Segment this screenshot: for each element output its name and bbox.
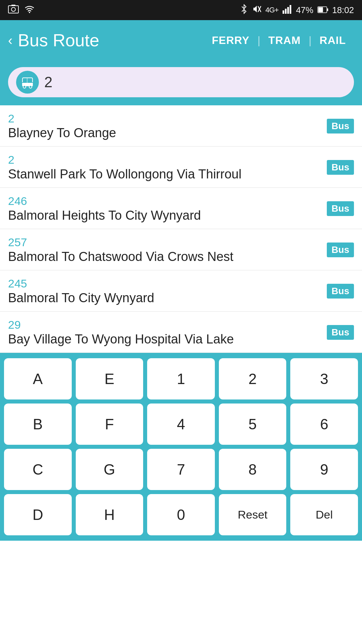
result-item[interactable]: 246 Balmoral Heights To City Wynyard Bus (0, 188, 362, 229)
key-8[interactable]: 8 (219, 449, 287, 490)
svg-rect-9 (290, 5, 291, 14)
app-header: ‹ Bus Route FERRY | TRAM | RAIL (0, 20, 362, 60)
result-content: 246 Balmoral Heights To City Wynyard (8, 195, 323, 223)
bus-badge: Bus (327, 284, 354, 299)
data-icon: 4G+ (265, 6, 279, 14)
result-item[interactable]: 245 Balmoral To City Wynyard Bus (0, 270, 362, 312)
key-2[interactable]: 2 (219, 358, 287, 399)
result-name: Stanwell Park To Wollongong Via Thirroul (8, 167, 323, 181)
result-content: 2 Blayney To Orange (8, 112, 323, 140)
bus-badge: Bus (327, 160, 354, 175)
search-input[interactable]: 2 (44, 74, 52, 91)
result-number: 257 (8, 236, 323, 249)
result-item[interactable]: 29 Bay Village To Wyong Hospital Via Lak… (0, 312, 362, 353)
svg-point-3 (29, 12, 30, 13)
tab-divider-2: | (309, 34, 311, 47)
result-name: Balmoral To City Wynyard (8, 291, 323, 305)
bus-badge: Bus (327, 119, 354, 133)
svg-rect-19 (27, 78, 27, 83)
result-number: 29 (8, 318, 323, 331)
key-4[interactable]: 4 (147, 404, 215, 445)
bluetooth-icon (241, 4, 247, 16)
tab-tram[interactable]: TRAM (260, 34, 309, 47)
key-a[interactable]: A (4, 358, 72, 399)
key-reset[interactable]: Reset (219, 494, 287, 535)
key-b[interactable]: B (4, 404, 72, 445)
svg-rect-2 (11, 5, 15, 6)
bus-badge: Bus (327, 243, 354, 257)
photo-icon (8, 4, 19, 16)
result-number: 246 (8, 195, 323, 208)
page-title: Bus Route (18, 30, 204, 50)
result-name: Blayney To Orange (8, 126, 323, 140)
battery-text: 47% (296, 5, 313, 15)
back-button[interactable]: ‹ (8, 33, 12, 48)
status-bar-right: 4G+ 47% 18:02 (241, 4, 354, 16)
battery-icon (317, 5, 328, 15)
tab-divider-1: | (257, 34, 260, 47)
result-name: Balmoral Heights To City Wynyard (8, 208, 323, 223)
tab-rail[interactable]: RAIL (311, 34, 354, 47)
svg-rect-11 (318, 7, 323, 12)
result-name: Bay Village To Wyong Hospital Via Lake (8, 332, 323, 346)
tab-ferry[interactable]: FERRY (204, 34, 257, 47)
result-item[interactable]: 257 Balmoral To Chatswood Via Crows Nest… (0, 229, 362, 270)
result-content: 245 Balmoral To City Wynyard (8, 277, 323, 305)
result-content: 257 Balmoral To Chatswood Via Crows Nest (8, 236, 323, 264)
result-number: 2 (8, 112, 323, 125)
result-number: 2 (8, 153, 323, 166)
key-1[interactable]: 1 (147, 358, 215, 399)
wifi-icon (24, 4, 35, 16)
svg-rect-7 (285, 9, 287, 14)
key-e[interactable]: E (76, 358, 143, 399)
key-del[interactable]: Del (290, 494, 358, 535)
key-5[interactable]: 5 (219, 404, 287, 445)
key-9[interactable]: 9 (290, 449, 358, 490)
result-item[interactable]: 2 Stanwell Park To Wollongong Via Thirro… (0, 147, 362, 188)
key-6[interactable]: 6 (290, 404, 358, 445)
result-item[interactable]: 2 Blayney To Orange Bus (0, 105, 362, 147)
header-tabs: FERRY | TRAM | RAIL (204, 34, 354, 47)
key-g[interactable]: G (76, 449, 143, 490)
svg-rect-0 (8, 6, 18, 13)
key-3[interactable]: 3 (290, 358, 358, 399)
results-list: 2 Blayney To Orange Bus 2 Stanwell Park … (0, 105, 362, 353)
svg-point-1 (11, 7, 15, 11)
key-d[interactable]: D (4, 494, 72, 535)
keyboard: AE123BF456CG789DH0ResetDel (0, 353, 362, 541)
status-bar-left (8, 4, 35, 16)
svg-point-16 (23, 86, 26, 88)
key-0[interactable]: 0 (147, 494, 215, 535)
result-number: 245 (8, 277, 323, 290)
mute-icon (251, 4, 261, 16)
signal-icon (283, 4, 292, 16)
bus-badge: Bus (327, 201, 354, 216)
search-bar[interactable]: 2 (8, 67, 354, 97)
key-h[interactable]: H (76, 494, 143, 535)
result-content: 29 Bay Village To Wyong Hospital Via Lak… (8, 318, 323, 346)
bus-icon-circle (16, 71, 39, 94)
key-f[interactable]: F (76, 404, 143, 445)
key-7[interactable]: 7 (147, 449, 215, 490)
bus-badge: Bus (327, 325, 354, 340)
result-name: Balmoral To Chatswood Via Crows Nest (8, 250, 323, 264)
result-content: 2 Stanwell Park To Wollongong Via Thirro… (8, 153, 323, 181)
svg-rect-12 (327, 8, 328, 11)
svg-rect-6 (283, 10, 284, 14)
svg-rect-8 (287, 7, 289, 14)
status-bar: 4G+ 47% 18:02 (0, 0, 362, 20)
key-c[interactable]: C (4, 449, 72, 490)
svg-point-17 (29, 86, 32, 88)
search-area: 2 (0, 60, 362, 105)
time-display: 18:02 (332, 5, 354, 15)
